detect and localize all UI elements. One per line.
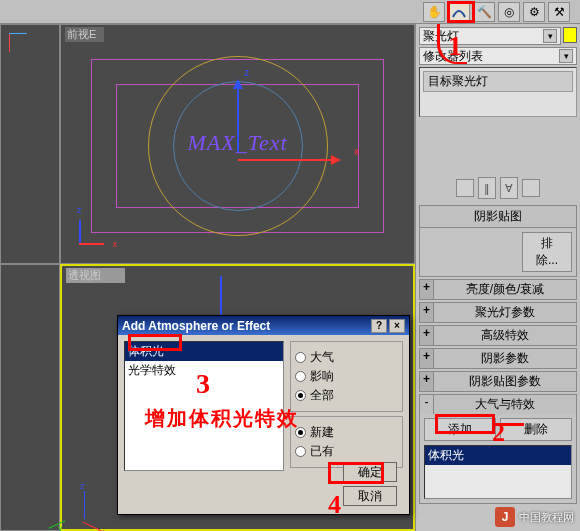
gizmo-icon [9, 33, 27, 52]
tool-icon[interactable]: ⚒ [548, 2, 570, 22]
cancel-button[interactable]: 取消 [343, 486, 397, 506]
corner-gizmo: z x [79, 215, 109, 245]
command-panel: 聚光灯 ▾ 修改器列表 ▾ 目标聚光灯 ‖ ∀ 阴影贴图 排除... +亮度/颜… [415, 24, 580, 531]
list-item[interactable]: 光学特效 [125, 361, 283, 380]
gear-icon[interactable]: ⚙ [523, 2, 545, 22]
watermark-logo-icon: J [495, 507, 515, 527]
pin-icon[interactable] [456, 179, 474, 197]
hand-icon[interactable]: ✋ [423, 2, 445, 22]
dialog-button-group: 确定 取消 [343, 462, 397, 506]
annotation-line [494, 423, 524, 426]
x-axis-arrow [238, 159, 338, 161]
viewport-label: 透视图 [66, 268, 125, 283]
stack-item[interactable]: 目标聚光灯 [423, 71, 573, 92]
hammer-icon[interactable]: 🔨 [473, 2, 495, 22]
watermark: J 中国教程网 [495, 507, 574, 527]
chevron-down-icon: ▾ [543, 29, 557, 43]
ok-button[interactable]: 确定 [343, 462, 397, 482]
viewport-left-bottom[interactable] [0, 264, 60, 531]
tool-icons-group: ✋ 🔨 ◎ ⚙ ⚒ [423, 2, 570, 22]
rollout-advanced[interactable]: +高级特效 [419, 325, 577, 346]
radio-atmos[interactable]: 大气 [295, 348, 398, 367]
axis-x-label: x [354, 146, 359, 157]
dialog-titlebar[interactable]: Add Atmosphere or Effect ? × [118, 316, 409, 335]
rollout-intensity[interactable]: +亮度/颜色/衰减 [419, 279, 577, 300]
filter-group: 大气 影响 全部 [290, 341, 403, 412]
next-button[interactable]: ∀ [500, 177, 518, 199]
exclude-button[interactable]: 排除... [522, 232, 572, 272]
config-icon[interactable] [522, 179, 540, 197]
close-button[interactable]: × [389, 319, 405, 333]
section-header[interactable]: -大气与特效 [420, 395, 576, 414]
stack-controls: ‖ ∀ [419, 177, 577, 199]
viewport-left-top[interactable] [0, 24, 60, 264]
dialog-title-text: Add Atmosphere or Effect [122, 319, 270, 333]
front-scene: z x MAX_Text z x [71, 39, 404, 253]
shadow-map-section: 阴影贴图 排除... [419, 205, 577, 277]
scene-text-object: MAX_Text [187, 130, 287, 156]
color-swatch[interactable] [563, 27, 577, 43]
dialog-body: 体积光 光学特效 大气 影响 全部 新建 已有 [118, 335, 409, 477]
rollout-shadowmap[interactable]: +阴影贴图参数 [419, 371, 577, 392]
list-item[interactable]: 体积光 [425, 446, 571, 465]
effects-listbox[interactable]: 体积光 光学特效 [124, 341, 284, 471]
delete-button[interactable]: 删除 [500, 418, 572, 441]
help-button[interactable]: ? [371, 319, 387, 333]
add-atmosphere-dialog: Add Atmosphere or Effect ? × 体积光 光学特效 大气… [117, 315, 410, 515]
add-button[interactable]: 添加 [424, 418, 496, 441]
mode-group: 新建 已有 [290, 416, 403, 468]
dialog-right-column: 大气 影响 全部 新建 已有 [290, 341, 403, 471]
curve-icon[interactable] [448, 2, 470, 22]
viewport-front[interactable]: 前视E z x MAX_Text z x [60, 24, 415, 264]
radio-exist[interactable]: 已有 [295, 442, 398, 461]
list-item[interactable]: 体积光 [125, 342, 283, 361]
axis-z-label: z [244, 67, 249, 78]
watermark-site: 中国教程网 [519, 510, 574, 525]
top-toolbar: ✋ 🔨 ◎ ⚙ ⚒ [0, 0, 580, 24]
radio-effect[interactable]: 影响 [295, 367, 398, 386]
radio-all[interactable]: 全部 [295, 386, 398, 405]
section-header[interactable]: 阴影贴图 [420, 206, 576, 228]
prev-button[interactable]: ‖ [478, 177, 496, 199]
rollout-spotlight[interactable]: +聚光灯参数 [419, 302, 577, 323]
atmosphere-list[interactable]: 体积光 [424, 445, 572, 499]
modifier-stack[interactable]: 目标聚光灯 [419, 67, 577, 117]
display-icon[interactable]: ◎ [498, 2, 520, 22]
atmosphere-section: -大气与特效 添加 删除 体积光 [419, 394, 577, 504]
rollout-shadow[interactable]: +阴影参数 [419, 348, 577, 369]
radio-new[interactable]: 新建 [295, 423, 398, 442]
chevron-down-icon: ▾ [559, 49, 573, 63]
